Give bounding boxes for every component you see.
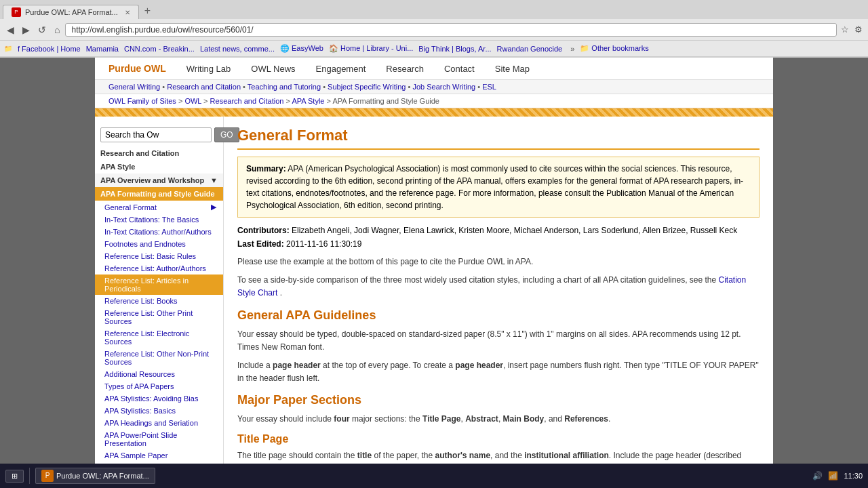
sidebar-section-research[interactable]: Research and Citation [95,146,223,160]
para2: To see a side-by-side comparison of the … [237,274,760,300]
browser-chrome: P Purdue OWL: APA Format... ✕ + ◀ ▶ ↺ ⌂ … [0,0,868,58]
subnav-teaching[interactable]: Teaching and Tutoring [248,83,321,91]
sidebar-apa-formatting[interactable]: APA Formatting and Style Guide [95,187,223,201]
forward-button[interactable]: ▶ [20,23,33,37]
tab-favicon: P [12,7,21,17]
back-button[interactable]: ◀ [4,23,17,37]
sound-icon[interactable]: 🔊 [812,471,823,481]
sidebar-powerpoint[interactable]: APA PowerPoint Slide Presentation [95,429,223,449]
owl-nav-sitemap[interactable]: Site Map [495,64,530,74]
last-edited: Last Edited: 2011-11-16 11:30:19 [237,239,760,249]
sidebar-types-apa[interactable]: Types of APA Papers [95,380,223,392]
search-box: GO [95,123,223,146]
subnav-research-citation[interactable]: Research and Citation [167,83,241,91]
taskbar-start[interactable]: ⊞ [5,470,24,483]
sidebar-reflist-author[interactable]: Reference List: Author/Authors [95,262,223,274]
subnav-subject-specific[interactable]: Subject Specific Writing [328,83,406,91]
bookmark-home-library[interactable]: 🏠 Home | Library - Uni... [329,44,413,53]
sidebar-general-format[interactable]: General Format ▶ [95,201,223,214]
sidebar-reflist-other-print[interactable]: Reference List: Other Print Sources [95,307,223,327]
nav-icons: ☆ ⚙ [840,23,864,36]
network-icon[interactable]: 📶 [828,471,838,481]
sidebar-apa-overview[interactable]: APA Overview and Workshop ▼ [95,174,223,187]
taskbar-browser-label: Purdue OWL: APA Format... [56,472,149,480]
sidebar-sample-paper[interactable]: APA Sample Paper [95,449,223,462]
browser-icon: P [41,470,54,482]
owl-nav-owl-news[interactable]: OWL News [251,64,295,74]
para6-title: title [357,451,372,460]
bookmark-latestnews[interactable]: Latest news, comme... [200,45,275,53]
bookmark-rwandan[interactable]: Rwandan Genocide [497,45,563,53]
sidebar-additional-resources[interactable]: Additional Resources [95,368,223,380]
section1-heading: General APA Guidelines [237,308,760,323]
bookmarks-bar: 📁 f Facebook | Home Mamamia CNN.com - Br… [0,41,868,57]
para5-main-body: Main Body [503,414,545,424]
subnav-job-search[interactable]: Job Search Writing [412,83,475,91]
subnav-esl[interactable]: ESL [482,83,496,91]
breadcrumb-owl-family[interactable]: OWL Family of Sites [108,97,176,105]
bookmark-bigthink[interactable]: Big Think | Blogs, Ar... [418,45,491,53]
reload-button[interactable]: ↺ [35,23,49,37]
active-tab[interactable]: P Purdue OWL: APA Format... ✕ [3,5,139,19]
new-tab-button[interactable]: + [139,3,156,19]
breadcrumb-current: APA Formatting and Style Guide [332,97,439,105]
bookmark-facebook[interactable]: f Facebook | Home [18,45,81,53]
sidebar-reflist-basic[interactable]: Reference List: Basic Rules [95,250,223,262]
taskbar-right: 🔊 📶 11:30 [812,471,863,481]
sidebar-footnotes[interactable]: Footnotes and Endnotes [95,238,223,250]
sidebar: GO Research and Citation APA Style APA O… [95,117,224,488]
tab-bar: P Purdue OWL: APA Format... ✕ + [0,0,868,19]
home-button[interactable]: ⌂ [52,23,62,37]
sidebar-intext-author[interactable]: In-Text Citations: Author/Authors [95,226,223,238]
owl-nav-contact[interactable]: Contact [444,64,475,74]
sidebar-stylistics-bias[interactable]: APA Stylistics: Avoiding Bias [95,392,223,405]
summary-label: Summary: [246,164,286,174]
taskbar: ⊞ P Purdue OWL: APA Format... 🔊 📶 11:30 [0,464,868,488]
bookmark-mamamia[interactable]: Mamamia [86,45,119,53]
content-layout: GO Research and Citation APA Style APA O… [95,117,773,488]
sidebar-reflist-articles[interactable]: Reference List: Articles in Periodicals [95,274,223,295]
address-bar[interactable] [65,23,837,37]
bookmark-cnn[interactable]: CNN.com - Breakin... [124,45,195,53]
sidebar-stylistics-basics[interactable]: APA Stylistics: Basics [95,405,223,417]
para4-bold1: page header [273,361,321,370]
sidebar-headings[interactable]: APA Headings and Seriation [95,417,223,429]
other-bookmarks-divider: » [570,45,574,53]
orange-bar [95,108,773,117]
tab-close-button[interactable]: ✕ [125,9,130,16]
page-outer: Purdue OWL Writing Lab OWL News Engageme… [95,58,773,488]
bookmark-star-icon[interactable]: ☆ [840,23,850,36]
breadcrumb-owl[interactable]: OWL [184,97,201,105]
contributors-label: Contributors: [237,226,290,235]
breadcrumb-apa-style[interactable]: APA Style [292,97,324,105]
search-input[interactable] [100,127,212,142]
para5-title-page: Title Page [422,414,460,424]
subnav-general-writing[interactable]: General Writing [108,83,160,91]
wrench-icon[interactable]: ⚙ [853,23,864,36]
owl-logo[interactable]: Purdue OWL [108,63,166,74]
para5-references: References [564,414,608,424]
sidebar-reflist-books[interactable]: Reference List: Books [95,295,223,307]
sidebar-intext-basics[interactable]: In-Text Citations: The Basics [95,214,223,226]
para5-abstract: Abstract [465,414,498,424]
taskbar-browser[interactable]: P Purdue OWL: APA Format... [35,468,155,484]
main-content: General Format Summary: APA (American Ps… [224,117,773,488]
para6-affiliation: institutional affiliation [524,451,609,460]
owl-nav-engagement[interactable]: Engagement [316,64,366,74]
bookmark-easyweb[interactable]: 🌐 EasyWeb [280,44,323,53]
sidebar-reflist-nonprint[interactable]: Reference List: Other Non-Print Sources [95,348,223,368]
bookmark-other[interactable]: 📁 Other bookmarks [580,44,648,53]
breadcrumb-research-citation[interactable]: Research and Citation [210,97,284,105]
para5-four: four [334,414,349,424]
owl-sub-nav: General Writing • Research and Citation … [95,80,773,94]
owl-nav-writing-lab[interactable]: Writing Lab [186,64,231,74]
bookmarks-label-icon: 📁 [4,45,12,52]
para4-bold2: page header [455,361,503,370]
sidebar-section-apa[interactable]: APA Style [95,160,223,174]
last-edited-text: 2011-11-16 11:30:19 [286,239,361,249]
start-icon: ⊞ [12,472,18,481]
sidebar-reflist-electronic[interactable]: Reference List: Electronic Sources [95,327,223,348]
page-title: General Format [237,127,760,150]
owl-nav-research[interactable]: Research [386,64,424,74]
breadcrumb: OWL Family of Sites > OWL > Research and… [95,94,773,108]
